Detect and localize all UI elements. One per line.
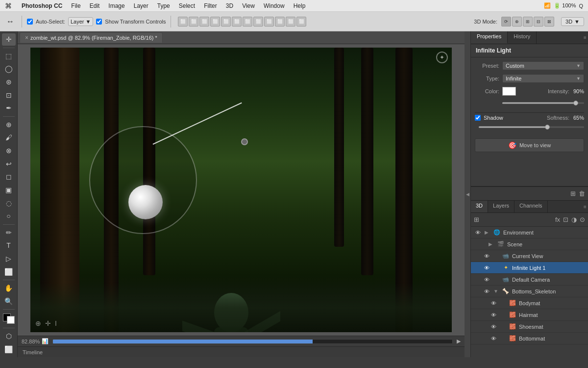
move-tool[interactable]: ✛ xyxy=(2,33,16,46)
lasso-tool[interactable]: ◯ xyxy=(2,63,16,75)
layer-item-hairmat[interactable]: 👁 ▶ 🧱 Hairmat xyxy=(471,309,588,321)
layer-item-scene[interactable]: ▶ 🎬 Scene xyxy=(471,238,588,250)
auto-select-checkbox[interactable] xyxy=(27,19,33,25)
layer-group-icon[interactable]: ⊙ xyxy=(580,216,585,223)
move-icon[interactable]: ✛ xyxy=(45,319,51,327)
distribute-v-icon[interactable]: ⬜ xyxy=(253,17,263,26)
layers-panel-menu-icon[interactable]: ≡ xyxy=(582,201,588,212)
layer-eye-bottoms-skeleton[interactable]: 👁 xyxy=(483,288,490,295)
new-layer-icon[interactable]: ⊞ xyxy=(570,190,576,197)
tab-properties[interactable]: Properties xyxy=(471,31,508,44)
brush-tool[interactable]: 🖌 xyxy=(2,131,16,144)
align-center-h-icon[interactable]: ⬜ xyxy=(189,17,198,26)
3d-mode-rotate[interactable]: ⟳ xyxy=(501,17,511,26)
hand-tool[interactable]: ✋ xyxy=(2,282,16,294)
tab-layers[interactable]: Layers xyxy=(488,201,514,212)
layer-item-default-camera[interactable]: 👁 ▶ 📹 Default Camera xyxy=(471,274,588,286)
layer-eye-default-camera[interactable]: 👁 xyxy=(483,276,490,284)
quick-mask-tool[interactable]: ⬡ xyxy=(2,330,16,342)
menu-image[interactable]: Image xyxy=(104,1,128,10)
softness-slider[interactable] xyxy=(479,124,584,131)
move-to-view-button[interactable]: 🎯 Move to view xyxy=(475,138,584,152)
light-sphere[interactable] xyxy=(128,185,163,219)
light-indicator[interactable]: ✦ xyxy=(436,52,448,63)
gradient-tool[interactable]: ▣ xyxy=(2,184,16,196)
align-right-icon[interactable]: ⬜ xyxy=(199,17,209,26)
document-tab[interactable]: × zombie_wt.psd @ 82.9% (Fireman_Zobie, … xyxy=(20,32,163,43)
light-control-handle[interactable] xyxy=(241,138,248,145)
cursor-icon[interactable]: I xyxy=(55,319,57,327)
filter-icon[interactable]: ⊞ xyxy=(474,216,479,223)
panel-options-icon[interactable]: ≡ xyxy=(582,31,588,44)
rectangular-marquee-tool[interactable]: ⬚ xyxy=(2,50,16,62)
history-brush-tool[interactable]: ↩ xyxy=(2,158,16,170)
layer-item-shoesmat[interactable]: 👁 ▶ 🧱 Shoesmat xyxy=(471,321,588,333)
rotate-icon[interactable]: ⊕ xyxy=(35,319,41,327)
zoom-icon[interactable]: 📊 xyxy=(42,338,49,344)
move-tool-btn[interactable]: ↔ xyxy=(4,16,17,27)
3d-mode-scale[interactable]: ⊠ xyxy=(544,17,554,26)
layer-item-infinite-light-1[interactable]: 👁 ▶ ✦ Infinite Light 1 xyxy=(471,262,588,274)
3d-mode-pan[interactable]: ⊕ xyxy=(512,17,522,26)
3d-mode-slide[interactable]: ⊟ xyxy=(534,17,543,26)
tab-close-btn[interactable]: × xyxy=(25,34,28,41)
distribute-h-icon[interactable]: ⬜ xyxy=(243,17,252,26)
tab-channels[interactable]: Channels xyxy=(514,201,547,212)
layer-item-current-view[interactable]: 👁 ▶ 📹 Current View xyxy=(471,250,588,262)
zoom-tool[interactable]: 🔍 xyxy=(2,295,16,307)
layer-item-bottoms-skeleton[interactable]: 👁 ▼ 🦴 Bottoms_Skeleton xyxy=(471,286,588,297)
layer-expand-scene[interactable]: ▶ xyxy=(489,241,494,247)
tab-3d[interactable]: 3D xyxy=(471,201,488,212)
delete-layer-icon[interactable]: 🗑 xyxy=(579,190,585,197)
screen-mode-tool[interactable]: ⬜ xyxy=(2,343,16,355)
3d-mode-dropdown[interactable]: 3D ▼ xyxy=(561,17,584,26)
clone-stamp-tool[interactable]: ⊗ xyxy=(2,145,16,157)
crop-tool[interactable]: ⊡ xyxy=(2,89,16,101)
align-top-icon[interactable]: ⬜ xyxy=(210,17,220,26)
eyedropper-tool[interactable]: ✒ xyxy=(2,102,16,114)
layer-item-bottommat[interactable]: 👁 ▶ 🧱 Bottommat xyxy=(471,333,588,344)
layer-eye-shoesmat[interactable]: 👁 xyxy=(490,323,497,331)
menu-type[interactable]: Type xyxy=(153,1,174,10)
menu-select[interactable]: Select xyxy=(175,1,199,10)
canvas-image[interactable]: ⊕ ✛ I ✦ xyxy=(30,48,452,332)
quick-select-tool[interactable]: ⊛ xyxy=(2,76,16,88)
align-bottom-icon[interactable]: ⬜ xyxy=(232,17,242,26)
adjustment-layer-icon[interactable]: ◑ xyxy=(571,216,577,223)
align-left-icon[interactable]: ⬜ xyxy=(178,17,188,26)
dodge-tool[interactable]: ○ xyxy=(2,210,16,222)
healing-brush-tool[interactable]: ⊕ xyxy=(2,119,16,131)
foreground-background-colors[interactable] xyxy=(3,314,15,324)
layer-select[interactable]: Layer ▼ xyxy=(68,17,93,26)
layer-style-icon[interactable]: fx xyxy=(555,216,560,223)
layer-item-bodymat[interactable]: 👁 ▶ 🧱 Bodymat xyxy=(471,297,588,309)
menu-edit[interactable]: Edit xyxy=(86,1,104,10)
path-select-tool[interactable]: ▷ xyxy=(2,253,16,265)
shadow-checkbox[interactable] xyxy=(475,115,481,121)
menu-3d[interactable]: 3D xyxy=(222,1,237,10)
distribute-2-icon[interactable]: ⬜ xyxy=(264,17,274,26)
layer-eye-bottommat[interactable]: 👁 xyxy=(490,335,497,342)
distribute-4-icon[interactable]: ⬜ xyxy=(286,17,295,26)
tab-history[interactable]: History xyxy=(508,31,537,44)
eraser-tool[interactable]: ◻ xyxy=(2,171,16,183)
menu-layer[interactable]: Layer xyxy=(130,1,152,10)
color-swatch[interactable] xyxy=(502,87,516,96)
distribute-3-icon[interactable]: ⬜ xyxy=(275,17,285,26)
panel-collapse-strip[interactable]: ◀ xyxy=(465,31,470,357)
layer-eye-bodymat[interactable]: 👁 xyxy=(490,299,497,307)
layer-eye-current-view[interactable]: 👁 xyxy=(483,252,490,260)
distribute-5-icon[interactable]: ⬜ xyxy=(296,17,306,26)
layer-expand-environment[interactable]: ▶ xyxy=(485,230,490,235)
3d-mode-zoom[interactable]: ⊞ xyxy=(523,17,533,26)
intensity-thumb[interactable] xyxy=(573,101,578,105)
menu-help[interactable]: Help xyxy=(290,1,310,10)
background-color[interactable] xyxy=(7,316,15,324)
layer-eye-infinite-light-1[interactable]: 👁 xyxy=(483,264,490,272)
type-dropdown[interactable]: Infinite ▼ xyxy=(502,74,584,83)
menu-file[interactable]: File xyxy=(67,1,84,10)
align-middle-v-icon[interactable]: ⬜ xyxy=(221,17,231,26)
layer-expand-bottoms-skeleton[interactable]: ▼ xyxy=(493,289,499,294)
layer-item-environment[interactable]: 👁 ▶ 🌐 Environment xyxy=(471,227,588,238)
menu-view[interactable]: View xyxy=(238,1,259,10)
